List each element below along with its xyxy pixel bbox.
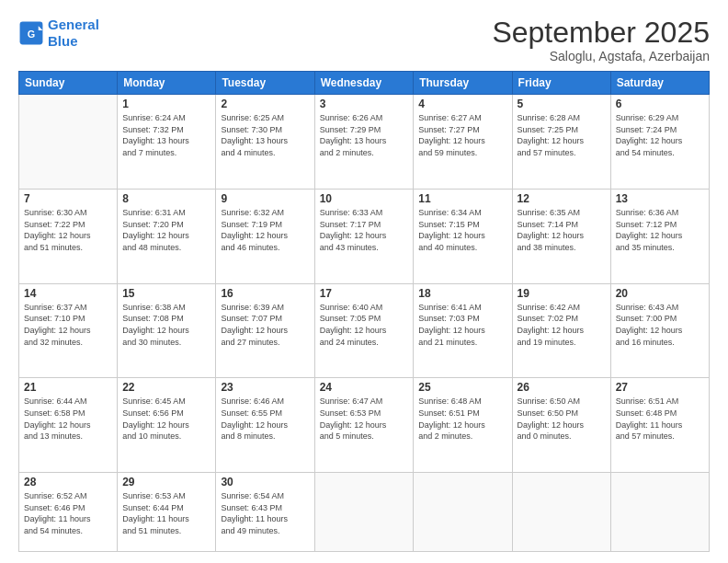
day-number: 15 xyxy=(122,287,210,300)
day-info: Sunrise: 6:50 AMSunset: 6:50 PMDaylight:… xyxy=(518,396,606,442)
week-row-5: 28Sunrise: 6:52 AMSunset: 6:46 PMDayligh… xyxy=(19,473,710,552)
day-info: Sunrise: 6:34 AMSunset: 7:15 PMDaylight:… xyxy=(418,207,506,253)
day-number: 12 xyxy=(518,192,606,205)
day-number: 3 xyxy=(320,98,409,110)
day-number: 24 xyxy=(320,381,409,394)
calendar-cell: 1Sunrise: 6:24 AMSunset: 7:32 PMDaylight… xyxy=(118,95,216,190)
calendar-cell: 20Sunrise: 6:43 AMSunset: 7:00 PMDayligh… xyxy=(610,283,709,378)
calendar-cell: 30Sunrise: 6:54 AMSunset: 6:43 PMDayligh… xyxy=(216,473,314,552)
day-info: Sunrise: 6:44 AMSunset: 6:58 PMDaylight:… xyxy=(24,396,112,442)
calendar-cell: 19Sunrise: 6:42 AMSunset: 7:02 PMDayligh… xyxy=(512,283,610,378)
day-info: Sunrise: 6:35 AMSunset: 7:14 PMDaylight:… xyxy=(518,207,606,253)
calendar-cell: 27Sunrise: 6:51 AMSunset: 6:48 PMDayligh… xyxy=(610,378,709,473)
day-number: 8 xyxy=(122,192,210,205)
day-info: Sunrise: 6:46 AMSunset: 6:55 PMDaylight:… xyxy=(221,396,309,442)
calendar-cell: 13Sunrise: 6:36 AMSunset: 7:12 PMDayligh… xyxy=(610,189,709,283)
calendar-cell: 2Sunrise: 6:25 AMSunset: 7:30 PMDaylight… xyxy=(216,95,314,190)
day-info: Sunrise: 6:29 AMSunset: 7:24 PMDaylight:… xyxy=(616,112,704,158)
calendar-cell: 25Sunrise: 6:48 AMSunset: 6:51 PMDayligh… xyxy=(414,378,512,473)
day-number: 14 xyxy=(24,287,112,300)
calendar-cell xyxy=(19,95,118,190)
day-info: Sunrise: 6:25 AMSunset: 7:30 PMDaylight:… xyxy=(221,112,309,158)
weekday-header-thursday: Thursday xyxy=(414,72,512,95)
day-info: Sunrise: 6:31 AMSunset: 7:20 PMDaylight:… xyxy=(122,207,210,253)
calendar-cell: 3Sunrise: 6:26 AMSunset: 7:29 PMDaylight… xyxy=(314,95,414,190)
day-number: 4 xyxy=(418,98,506,110)
day-number: 20 xyxy=(616,287,704,300)
day-info: Sunrise: 6:38 AMSunset: 7:08 PMDaylight:… xyxy=(122,302,210,348)
day-info: Sunrise: 6:48 AMSunset: 6:51 PMDaylight:… xyxy=(418,396,506,442)
calendar-cell: 24Sunrise: 6:47 AMSunset: 6:53 PMDayligh… xyxy=(314,378,414,473)
day-number: 23 xyxy=(221,381,309,394)
calendar-cell: 5Sunrise: 6:28 AMSunset: 7:25 PMDaylight… xyxy=(512,95,610,190)
logo: G General Blue xyxy=(18,17,99,50)
week-row-1: 1Sunrise: 6:24 AMSunset: 7:32 PMDaylight… xyxy=(19,95,710,190)
location: Saloglu, Agstafa, Azerbaijan xyxy=(492,49,710,63)
svg-text:G: G xyxy=(28,29,35,40)
weekday-header-sunday: Sunday xyxy=(19,72,118,95)
day-number: 7 xyxy=(24,192,112,205)
logo-icon: G xyxy=(18,20,44,46)
calendar-cell: 23Sunrise: 6:46 AMSunset: 6:55 PMDayligh… xyxy=(216,378,314,473)
logo-text: General Blue xyxy=(48,17,99,50)
day-info: Sunrise: 6:53 AMSunset: 6:44 PMDaylight:… xyxy=(122,490,210,536)
day-number: 16 xyxy=(221,287,309,300)
day-info: Sunrise: 6:39 AMSunset: 7:07 PMDaylight:… xyxy=(221,302,309,348)
day-info: Sunrise: 6:26 AMSunset: 7:29 PMDaylight:… xyxy=(320,112,409,158)
month-title: September 2025 xyxy=(492,17,710,49)
day-info: Sunrise: 6:45 AMSunset: 6:56 PMDaylight:… xyxy=(122,396,210,442)
calendar-cell: 4Sunrise: 6:27 AMSunset: 7:27 PMDaylight… xyxy=(414,95,512,190)
day-number: 13 xyxy=(616,192,704,205)
calendar-cell: 26Sunrise: 6:50 AMSunset: 6:50 PMDayligh… xyxy=(512,378,610,473)
logo-blue: Blue xyxy=(48,33,78,49)
calendar-cell: 6Sunrise: 6:29 AMSunset: 7:24 PMDaylight… xyxy=(610,95,709,190)
day-info: Sunrise: 6:51 AMSunset: 6:48 PMDaylight:… xyxy=(616,396,704,442)
day-info: Sunrise: 6:37 AMSunset: 7:10 PMDaylight:… xyxy=(24,302,112,348)
weekday-header-friday: Friday xyxy=(512,72,610,95)
calendar-cell: 7Sunrise: 6:30 AMSunset: 7:22 PMDaylight… xyxy=(19,189,118,283)
day-number: 30 xyxy=(221,476,309,488)
header: G General Blue September 2025 Saloglu, A… xyxy=(18,17,710,63)
week-row-4: 21Sunrise: 6:44 AMSunset: 6:58 PMDayligh… xyxy=(19,378,710,473)
day-number: 1 xyxy=(122,98,210,110)
day-info: Sunrise: 6:40 AMSunset: 7:05 PMDaylight:… xyxy=(320,302,409,348)
day-number: 27 xyxy=(616,381,704,394)
day-number: 25 xyxy=(418,381,506,394)
day-number: 5 xyxy=(518,98,606,110)
day-info: Sunrise: 6:36 AMSunset: 7:12 PMDaylight:… xyxy=(616,207,704,253)
day-number: 21 xyxy=(24,381,112,394)
day-info: Sunrise: 6:43 AMSunset: 7:00 PMDaylight:… xyxy=(616,302,704,348)
title-block: September 2025 Saloglu, Agstafa, Azerbai… xyxy=(492,17,710,63)
weekday-header-saturday: Saturday xyxy=(610,72,709,95)
day-info: Sunrise: 6:54 AMSunset: 6:43 PMDaylight:… xyxy=(221,490,309,536)
day-info: Sunrise: 6:52 AMSunset: 6:46 PMDaylight:… xyxy=(24,490,112,536)
calendar-cell: 17Sunrise: 6:40 AMSunset: 7:05 PMDayligh… xyxy=(314,283,414,378)
page: G General Blue September 2025 Saloglu, A… xyxy=(0,0,728,563)
calendar-cell: 9Sunrise: 6:32 AMSunset: 7:19 PMDaylight… xyxy=(216,189,314,283)
calendar-cell: 22Sunrise: 6:45 AMSunset: 6:56 PMDayligh… xyxy=(118,378,216,473)
day-number: 22 xyxy=(122,381,210,394)
calendar-cell: 21Sunrise: 6:44 AMSunset: 6:58 PMDayligh… xyxy=(19,378,118,473)
calendar-cell: 16Sunrise: 6:39 AMSunset: 7:07 PMDayligh… xyxy=(216,283,314,378)
calendar-cell xyxy=(610,473,709,552)
calendar-cell: 18Sunrise: 6:41 AMSunset: 7:03 PMDayligh… xyxy=(414,283,512,378)
day-info: Sunrise: 6:47 AMSunset: 6:53 PMDaylight:… xyxy=(320,396,409,442)
day-number: 6 xyxy=(616,98,704,110)
calendar-cell: 12Sunrise: 6:35 AMSunset: 7:14 PMDayligh… xyxy=(512,189,610,283)
calendar-cell: 28Sunrise: 6:52 AMSunset: 6:46 PMDayligh… xyxy=(19,473,118,552)
week-row-3: 14Sunrise: 6:37 AMSunset: 7:10 PMDayligh… xyxy=(19,283,710,378)
day-number: 29 xyxy=(122,476,210,488)
calendar-cell: 29Sunrise: 6:53 AMSunset: 6:44 PMDayligh… xyxy=(118,473,216,552)
weekday-header-row: SundayMondayTuesdayWednesdayThursdayFrid… xyxy=(19,72,710,95)
calendar-cell xyxy=(314,473,414,552)
day-number: 9 xyxy=(221,192,309,205)
calendar-cell xyxy=(414,473,512,552)
day-info: Sunrise: 6:33 AMSunset: 7:17 PMDaylight:… xyxy=(320,207,409,253)
day-number: 28 xyxy=(24,476,112,488)
calendar-cell: 8Sunrise: 6:31 AMSunset: 7:20 PMDaylight… xyxy=(118,189,216,283)
day-info: Sunrise: 6:24 AMSunset: 7:32 PMDaylight:… xyxy=(122,112,210,158)
calendar-cell: 14Sunrise: 6:37 AMSunset: 7:10 PMDayligh… xyxy=(19,283,118,378)
day-number: 11 xyxy=(418,192,506,205)
calendar-cell: 11Sunrise: 6:34 AMSunset: 7:15 PMDayligh… xyxy=(414,189,512,283)
day-info: Sunrise: 6:27 AMSunset: 7:27 PMDaylight:… xyxy=(418,112,506,158)
